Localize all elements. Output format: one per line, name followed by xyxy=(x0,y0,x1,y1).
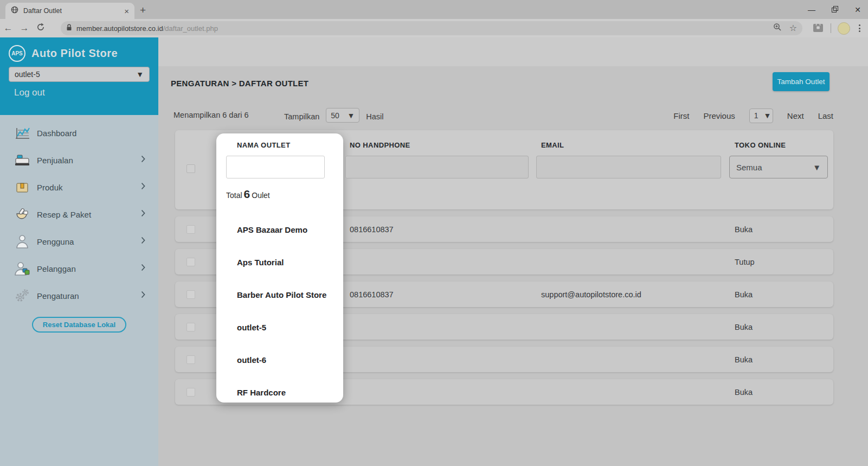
chevron-right-icon xyxy=(141,237,145,246)
zoom-icon[interactable] xyxy=(773,23,782,34)
browser-toolbar: ← → member.autopilotstore.co.id/daftar_o… xyxy=(0,19,868,37)
browser-titlebar: Daftar Outlet × + — ✕ xyxy=(0,0,868,19)
page-size-suffix: Hasil xyxy=(366,112,383,121)
extension-bag-icon[interactable] xyxy=(812,21,824,35)
row-nama: APS Bazaar Demo xyxy=(237,225,307,234)
row-phone: 0816610837 xyxy=(350,290,394,299)
row-nama: outlet-6 xyxy=(237,355,266,364)
minimize-button[interactable]: — xyxy=(808,5,815,14)
page-size-select[interactable]: 50 ▼ xyxy=(326,108,359,123)
back-icon[interactable]: ← xyxy=(0,23,16,34)
sidebar-item-pengaturan[interactable]: Pengaturan xyxy=(0,282,158,309)
globe-icon xyxy=(11,6,18,16)
row-checkbox[interactable] xyxy=(187,388,195,397)
browser-tab[interactable]: Daftar Outlet × xyxy=(5,3,134,19)
sidebar-item-label: Penjualan xyxy=(37,156,73,165)
pagination-previous[interactable]: Previous xyxy=(703,111,735,120)
sidebar-item-label: Pengguna xyxy=(37,237,74,246)
chevron-right-icon xyxy=(141,291,145,301)
sidebar-item-dashboard[interactable]: Dashboard xyxy=(0,119,158,146)
reset-database-button[interactable]: Reset Database Lokal xyxy=(32,317,126,333)
restore-button[interactable] xyxy=(832,7,838,12)
filter-toko-value: Semua xyxy=(736,163,762,172)
window-controls: — ✕ xyxy=(808,0,861,19)
add-outlet-button[interactable]: Tambah Outlet xyxy=(773,72,830,91)
sidebar-item-label: Pengaturan xyxy=(37,291,79,301)
breadcrumb: PENGATURAN > DAFTAR OUTLET xyxy=(171,79,308,88)
sidebar-item-pelanggan[interactable]: Pelanggan xyxy=(0,255,158,282)
chevron-right-icon xyxy=(141,155,145,165)
customer-bag-icon xyxy=(14,261,30,276)
screen: Daftar Outlet × + — ✕ ← → member.autopil… xyxy=(0,0,868,466)
row-toko: Buka xyxy=(735,323,753,331)
user-icon xyxy=(14,234,30,249)
chevron-down-icon: ▼ xyxy=(136,70,144,79)
filter-nama-input[interactable] xyxy=(226,156,325,178)
filter-toko-select[interactable]: Semua ▼ xyxy=(729,156,828,178)
filter-email-input[interactable] xyxy=(536,156,721,178)
bookmark-star-icon[interactable]: ☆ xyxy=(789,24,797,33)
pagination: First Previous 1 ▼ Next Last xyxy=(673,108,833,123)
outlet-table: NAMA OUTLET Total6Oulet NO HANDPHONE EMA… xyxy=(175,130,833,405)
pagination-page-select[interactable]: 1 ▼ xyxy=(749,108,773,123)
outlet-select[interactable]: outlet-5 ▼ xyxy=(9,67,150,82)
page-topbar xyxy=(158,37,868,66)
row-email: support@autopilotstore.co.id xyxy=(541,290,641,299)
list-controls: Menampilkan 6 dari 6 Tampilkan 50 ▼ Hasi… xyxy=(158,108,868,123)
close-button[interactable]: ✕ xyxy=(854,5,861,14)
new-tab-button[interactable]: + xyxy=(140,4,146,16)
outlet-select-value: outlet-5 xyxy=(15,70,40,79)
url-host: member.autopilotstore.co.id xyxy=(76,24,163,33)
pagination-first[interactable]: First xyxy=(673,111,689,120)
pagination-last[interactable]: Last xyxy=(818,111,833,120)
column-header-email: EMAIL xyxy=(541,141,564,149)
sidebar-item-pengguna[interactable]: Pengguna xyxy=(0,228,158,255)
sidebar: APS Auto Pilot Store outlet-5 ▼ Log out … xyxy=(0,37,158,466)
row-nama: outlet-5 xyxy=(237,322,266,331)
address-bar[interactable]: member.autopilotstore.co.id/daftar_outle… xyxy=(61,21,802,35)
row-checkbox[interactable] xyxy=(187,323,195,331)
chevron-right-icon xyxy=(141,264,145,273)
reload-icon[interactable] xyxy=(33,23,49,34)
filter-phone-input[interactable] xyxy=(345,156,529,178)
forward-icon[interactable]: → xyxy=(16,23,33,34)
profile-avatar[interactable] xyxy=(838,22,850,35)
pagination-page-value: 1 xyxy=(754,111,758,120)
mortar-bowl-icon xyxy=(14,207,30,222)
row-checkbox[interactable] xyxy=(187,225,195,234)
row-checkbox[interactable] xyxy=(187,258,195,266)
row-nama: Aps Tutorial xyxy=(237,257,284,266)
chevron-down-icon: ▼ xyxy=(347,111,355,120)
column-header-phone: NO HANDPHONE xyxy=(350,141,410,149)
tab-close-icon[interactable]: × xyxy=(124,7,129,16)
sidebar-item-penjualan[interactable]: Penjualan xyxy=(0,146,158,174)
logout-link[interactable]: Log out xyxy=(14,87,45,98)
aps-logo: APS xyxy=(9,45,25,62)
total-outlets: Total6Oulet xyxy=(226,188,270,201)
dashboard-icon xyxy=(14,125,30,141)
row-checkbox[interactable] xyxy=(187,355,195,364)
total-count: 6 xyxy=(242,188,252,200)
chevron-down-icon: ▼ xyxy=(764,111,771,120)
menu-kebab-icon[interactable] xyxy=(857,24,863,32)
sidebar-item-produk[interactable]: Produk xyxy=(0,174,158,201)
row-phone: 0816610837 xyxy=(350,225,394,234)
showing-count: Menampilkan 6 dari 6 xyxy=(173,111,249,119)
main-content: PENGATURAN > DAFTAR OUTLET Tambah Outlet… xyxy=(158,37,868,466)
sidebar-item-label: Resep & Paket xyxy=(37,210,91,219)
row-nama: RF Hardcore xyxy=(237,387,286,397)
row-toko: Buka xyxy=(735,355,753,364)
select-all-checkbox[interactable] xyxy=(187,164,195,173)
page-size-value: 50 xyxy=(331,111,339,120)
cash-register-icon xyxy=(14,152,30,168)
url-path: /daftar_outlet.php xyxy=(163,24,218,33)
sidebar-item-label: Pelanggan xyxy=(37,264,76,273)
chevron-right-icon xyxy=(141,182,145,192)
pagination-next[interactable]: Next xyxy=(787,111,804,120)
row-checkbox[interactable] xyxy=(187,290,195,299)
sidebar-item-label: Dashboard xyxy=(37,129,76,138)
product-box-icon xyxy=(14,180,30,195)
sidebar-item-resep-paket[interactable]: Resep & Paket xyxy=(0,201,158,228)
tab-title: Daftar Outlet xyxy=(23,7,119,15)
column-header-toko: TOKO ONLINE xyxy=(735,141,786,149)
